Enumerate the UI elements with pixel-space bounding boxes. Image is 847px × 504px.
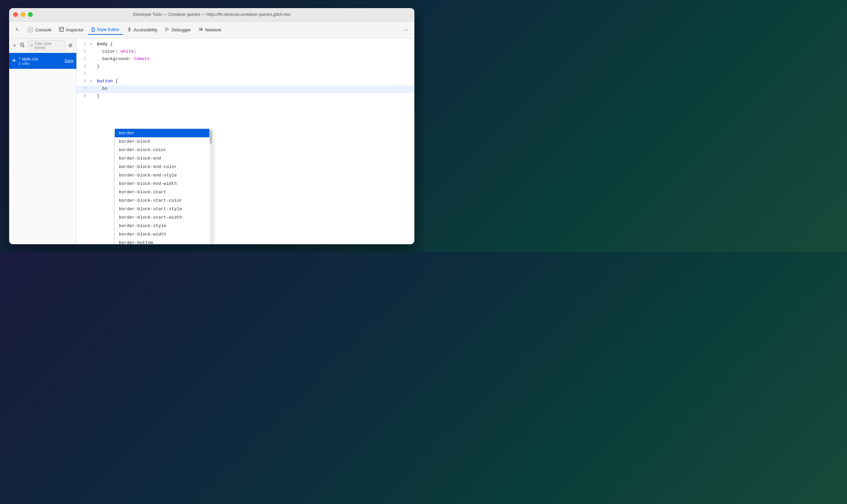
- line-number: 8: [77, 93, 90, 98]
- network-label: Network: [205, 27, 221, 32]
- autocomplete-item-border-block-end-color[interactable]: border-block-end-color: [115, 163, 212, 171]
- titlebar: Developer Tools — Container queries — ht…: [9, 8, 414, 22]
- code-line: 2 color: white;: [77, 49, 414, 56]
- autocomplete-item-border-block-end-style[interactable]: border-block-end-style: [115, 171, 212, 179]
- inspector-label: Inspector: [66, 27, 84, 32]
- traffic-lights: [13, 12, 33, 17]
- eye-icon: 👁: [12, 58, 17, 64]
- accessibility-icon: [127, 27, 132, 33]
- code-editor[interactable]: 1 ▾ body { 2 color: white; 3 background:…: [77, 38, 414, 244]
- fold-arrow[interactable]: ▾: [90, 41, 96, 46]
- autocomplete-item-border[interactable]: border: [115, 129, 212, 137]
- main-toolbar: ↖ ⬜ Console Inspector {} Style Editor: [9, 22, 414, 38]
- import-stylesheet-button[interactable]: [19, 41, 26, 50]
- line-content: color: white;: [96, 49, 414, 54]
- filter-icon: ⊘: [30, 43, 33, 48]
- autocomplete-dropdown[interactable]: border border-block border-block-color b…: [115, 128, 212, 244]
- close-button[interactable]: [13, 12, 18, 17]
- autocomplete-item-border-block[interactable]: border-block: [115, 137, 212, 146]
- autocomplete-item-border-block-color[interactable]: border-block-color: [115, 146, 212, 154]
- autocomplete-item-border-block-start[interactable]: border-block-start: [115, 188, 212, 196]
- fold-arrow: [90, 56, 96, 57]
- fold-arrow[interactable]: ▾: [90, 78, 96, 83]
- fold-arrow: [90, 71, 96, 72]
- filter-placeholder: Filter style sheets: [34, 41, 63, 50]
- line-content: background: tomato: [96, 56, 414, 62]
- line-content: }: [96, 93, 414, 99]
- svg-marker-8: [166, 28, 169, 31]
- code-line: 8 }: [77, 93, 414, 101]
- code-line: 4 }: [77, 64, 414, 71]
- code-lines: 1 ▾ body { 2 color: white; 3 background:…: [77, 38, 414, 103]
- svg-rect-0: [59, 27, 64, 31]
- tab-network[interactable]: Network: [195, 25, 225, 35]
- console-icon: ⬜: [27, 26, 33, 33]
- maximize-button[interactable]: [28, 12, 33, 17]
- line-content: }: [96, 64, 414, 69]
- code-line: 1 ▾ body {: [77, 41, 414, 49]
- autocomplete-item-border-block-end[interactable]: border-block-end: [115, 154, 212, 163]
- style-editor-settings-button[interactable]: ⚙: [67, 41, 74, 50]
- file-info: * style.css 2 rules.: [19, 56, 63, 66]
- line-number: 3: [77, 56, 90, 61]
- line-number: 6: [77, 78, 90, 84]
- accessibility-label: Accessibility: [134, 27, 158, 32]
- window-title: Developer Tools — Container queries — ht…: [133, 12, 291, 17]
- debugger-label: Debugger: [172, 27, 191, 32]
- line-content: [96, 71, 414, 72]
- network-icon: [198, 27, 203, 33]
- line-number: 2: [77, 49, 90, 54]
- code-line: 3 background: tomato: [77, 56, 414, 64]
- filter-stylesheets-input[interactable]: ⊘ Filter style sheets: [28, 40, 65, 51]
- autocomplete-item-border-block-start-width[interactable]: border-block-start-width: [115, 213, 212, 222]
- console-label: Console: [35, 27, 52, 32]
- tab-inspector[interactable]: Inspector: [56, 25, 87, 35]
- line-number: 4: [77, 64, 90, 69]
- style-editor-label: Style Editor: [97, 27, 119, 32]
- more-tools-button[interactable]: ···: [400, 24, 412, 35]
- stylesheet-item-style-css[interactable]: 👁 * style.css 2 rules. Save: [9, 53, 76, 69]
- code-line: 5: [77, 71, 414, 78]
- autocomplete-scrollbar[interactable]: [209, 129, 212, 244]
- tab-console[interactable]: ⬜ Console: [24, 25, 55, 35]
- autocomplete-item-border-block-end-width[interactable]: border-block-end-width: [115, 179, 212, 188]
- autocomplete-item-border-bottom[interactable]: border-bottom: [115, 238, 212, 244]
- line-content: button {: [96, 78, 414, 84]
- line-number: 1: [77, 41, 90, 47]
- line-number: 5: [77, 71, 90, 76]
- sidebar: + ⊘ Filter style sheets ⚙: [9, 38, 77, 244]
- main-content: + ⊘ Filter style sheets ⚙: [9, 38, 414, 244]
- fold-arrow: [90, 64, 96, 65]
- new-stylesheet-button[interactable]: +: [12, 41, 17, 50]
- fold-arrow: [90, 93, 96, 94]
- save-button[interactable]: Save: [65, 58, 74, 63]
- inspector-icon: [59, 27, 64, 33]
- autocomplete-scrollbar-thumb[interactable]: [210, 130, 212, 144]
- fold-arrow: [90, 86, 96, 87]
- file-meta: 2 rules.: [19, 61, 63, 66]
- minimize-button[interactable]: [21, 12, 25, 17]
- line-number: 7: [77, 86, 90, 91]
- autocomplete-item-border-block-width[interactable]: border-block-width: [115, 230, 212, 238]
- autocomplete-item-border-block-start-style[interactable]: border-block-start-style: [115, 205, 212, 213]
- tab-accessibility[interactable]: Accessibility: [124, 25, 161, 35]
- cursor-tool-button[interactable]: ↖: [12, 25, 23, 35]
- fold-arrow: [90, 49, 96, 50]
- svg-line-7: [129, 30, 131, 31]
- line-content: bo: [96, 86, 414, 91]
- style-editor-icon: {}: [91, 26, 95, 32]
- file-name: * style.css: [19, 56, 63, 61]
- autocomplete-item-border-block-start-color[interactable]: border-block-start-color: [115, 196, 212, 205]
- code-line: 6 ▾ button {: [77, 78, 414, 86]
- sidebar-toolbar: + ⊘ Filter style sheets ⚙: [9, 38, 76, 53]
- svg-point-3: [129, 27, 130, 28]
- cursor-icon: ↖: [15, 26, 20, 33]
- code-line-active: 7 bo: [77, 86, 414, 93]
- tab-debugger[interactable]: Debugger: [161, 25, 194, 35]
- line-content: body {: [96, 41, 414, 47]
- autocomplete-item-border-block-style[interactable]: border-block-style: [115, 222, 212, 230]
- tab-style-editor[interactable]: {} Style Editor: [88, 25, 123, 35]
- devtools-window: Developer Tools — Container queries — ht…: [9, 8, 414, 244]
- debugger-icon: [165, 27, 170, 33]
